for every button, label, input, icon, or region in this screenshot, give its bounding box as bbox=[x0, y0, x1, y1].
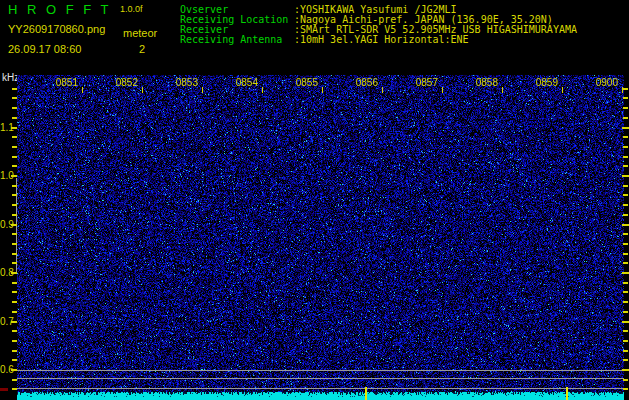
time-tick-mark bbox=[202, 87, 203, 93]
time-tick-label: 0851 bbox=[36, 77, 78, 88]
freq-minor-tick-left bbox=[12, 146, 17, 148]
freq-major-tick-right bbox=[622, 272, 629, 274]
output-filename: YY2609170860.png bbox=[8, 23, 105, 35]
station-info: Ovserver:YOSHIKAWA Yasufumi /JG2MLIRecei… bbox=[180, 5, 577, 45]
freq-major-tick-left bbox=[11, 127, 17, 129]
freq-major-tick-right bbox=[622, 127, 629, 129]
freq-minor-tick-left bbox=[12, 359, 17, 361]
freq-minor-tick-right bbox=[623, 156, 628, 158]
time-tick-mark bbox=[442, 87, 443, 93]
freq-minor-tick-left bbox=[12, 330, 17, 332]
freq-minor-tick-left bbox=[12, 282, 17, 284]
freq-minor-tick-right bbox=[623, 107, 628, 109]
freq-minor-tick-right bbox=[623, 311, 628, 313]
freq-minor-tick-left bbox=[12, 165, 17, 167]
time-tick-label: 0855 bbox=[276, 77, 318, 88]
freq-minor-tick-left bbox=[12, 97, 17, 99]
time-tick-label: 0900 bbox=[576, 77, 618, 88]
time-tick-mark bbox=[262, 87, 263, 93]
freq-minor-tick-right bbox=[623, 262, 628, 264]
freq-minor-tick-right bbox=[623, 282, 628, 284]
freq-minor-tick-right bbox=[623, 97, 628, 99]
time-tick-mark bbox=[322, 87, 323, 93]
time-tick-mark bbox=[82, 87, 83, 93]
freq-minor-tick-right bbox=[623, 165, 628, 167]
time-tick-mark bbox=[142, 87, 143, 93]
freq-tick-label: 0.7 bbox=[0, 316, 11, 327]
freq-minor-tick-left bbox=[12, 388, 17, 390]
freq-minor-tick-right bbox=[623, 359, 628, 361]
freq-minor-tick-right bbox=[623, 117, 628, 119]
freq-minor-tick-left bbox=[12, 253, 17, 255]
time-tick-label: 0856 bbox=[336, 77, 378, 88]
freq-minor-tick-right bbox=[623, 204, 628, 206]
freq-minor-tick-left bbox=[12, 301, 17, 303]
freq-minor-tick-left bbox=[12, 185, 17, 187]
meteor-count: 2 bbox=[139, 43, 145, 55]
freq-minor-tick-right bbox=[623, 185, 628, 187]
freq-tick-label: 0.6 bbox=[0, 364, 11, 375]
freq-major-tick-right bbox=[622, 369, 629, 371]
time-tick-label: 0857 bbox=[396, 77, 438, 88]
freq-minor-tick-right bbox=[623, 340, 628, 342]
station-info-label: Receiving Antenna bbox=[180, 35, 294, 45]
time-tick-label: 0852 bbox=[96, 77, 138, 88]
time-tick-label: 0859 bbox=[516, 77, 558, 88]
date-time: 26.09.17 08:60 bbox=[8, 43, 81, 55]
time-tick-mark bbox=[502, 87, 503, 93]
freq-minor-tick-right bbox=[623, 253, 628, 255]
freq-minor-tick-left bbox=[12, 156, 17, 158]
freq-major-tick-right bbox=[622, 321, 629, 323]
meteor-event-marker bbox=[566, 387, 568, 400]
freq-major-tick-left bbox=[11, 369, 17, 371]
freq-major-tick-left bbox=[11, 224, 17, 226]
freq-minor-tick-right bbox=[623, 388, 628, 390]
freq-minor-tick-right bbox=[623, 330, 628, 332]
freq-minor-tick-left bbox=[12, 340, 17, 342]
hrofft-window: H R O F F T 1.0.0f YY2609170860.png mete… bbox=[0, 0, 629, 400]
freq-minor-tick-left bbox=[12, 214, 17, 216]
freq-minor-tick-right bbox=[623, 350, 628, 352]
freq-minor-tick-right bbox=[623, 194, 628, 196]
freq-tick-label: 1.0 bbox=[0, 170, 11, 181]
freq-minor-tick-right bbox=[623, 379, 628, 381]
freq-major-tick-left bbox=[11, 175, 17, 177]
freq-minor-tick-right bbox=[623, 88, 628, 90]
freq-minor-tick-left bbox=[12, 350, 17, 352]
app-version: 1.0.0f bbox=[120, 4, 143, 14]
freq-minor-tick-left bbox=[12, 233, 17, 235]
freq-minor-tick-right bbox=[623, 136, 628, 138]
meteor-event-marker bbox=[365, 387, 367, 400]
freq-minor-tick-left bbox=[12, 291, 17, 293]
freq-minor-tick-right bbox=[623, 214, 628, 216]
station-info-value: :10mH 3el.YAGI Horizontal:ENE bbox=[294, 34, 469, 45]
time-tick-mark bbox=[562, 87, 563, 93]
freq-minor-tick-left bbox=[12, 262, 17, 264]
freq-minor-tick-left bbox=[12, 117, 17, 119]
station-info-row: Receiving Antenna:10mH 3el.YAGI Horizont… bbox=[180, 35, 577, 45]
freq-minor-tick-left bbox=[12, 194, 17, 196]
freq-major-tick-right bbox=[622, 224, 629, 226]
freq-minor-tick-left bbox=[12, 136, 17, 138]
freq-minor-tick-right bbox=[623, 301, 628, 303]
freq-minor-tick-left bbox=[12, 379, 17, 381]
freq-major-tick-left bbox=[11, 272, 17, 274]
freq-minor-tick-left bbox=[12, 204, 17, 206]
mode-label: meteor bbox=[123, 27, 157, 39]
freq-minor-tick-right bbox=[623, 243, 628, 245]
freq-major-tick-right bbox=[622, 175, 629, 177]
time-tick-label: 0854 bbox=[216, 77, 258, 88]
app-title: H R O F F T bbox=[8, 2, 112, 17]
freq-tick-label: 0.9 bbox=[0, 219, 11, 230]
freq-minor-tick-right bbox=[623, 146, 628, 148]
time-tick-mark bbox=[382, 87, 383, 93]
time-tick-label: 0853 bbox=[156, 77, 198, 88]
freq-minor-tick-right bbox=[623, 291, 628, 293]
freq-major-tick-left bbox=[11, 321, 17, 323]
freq-minor-tick-right bbox=[623, 233, 628, 235]
freq-minor-tick-left bbox=[12, 311, 17, 313]
level-mark bbox=[0, 388, 8, 391]
freq-minor-tick-left bbox=[12, 88, 17, 90]
time-tick-label: 0858 bbox=[456, 77, 498, 88]
freq-tick-label: 0.8 bbox=[0, 267, 11, 278]
